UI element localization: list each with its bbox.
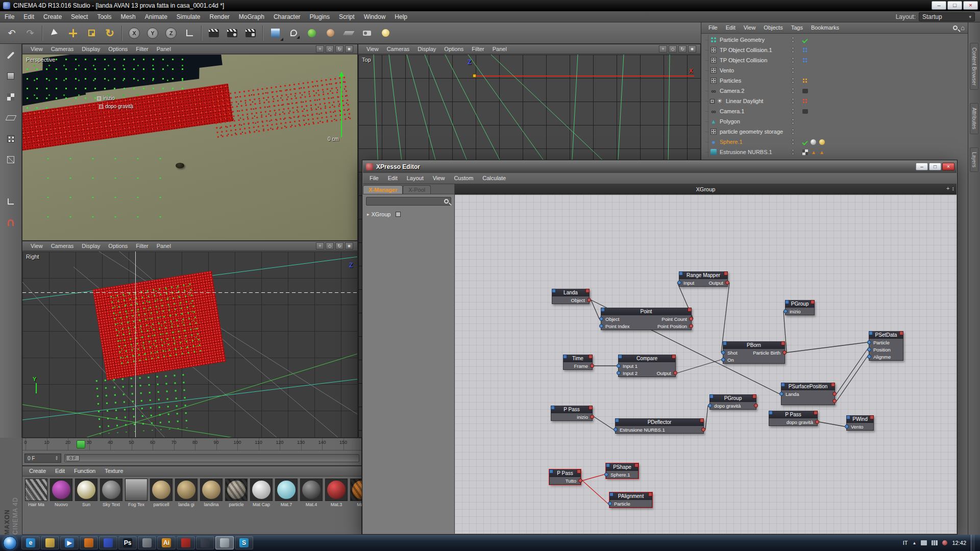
visibility-toggles[interactable]	[792, 78, 794, 84]
editor-visibility-dot[interactable]	[792, 37, 794, 39]
viewport-menu-view[interactable]: View	[362, 44, 383, 54]
wire-pborn-to-psetdata[interactable]	[787, 342, 867, 353]
dock-tab-attributes[interactable]: Attributes	[970, 103, 978, 134]
xpresso-node-pgroup-dopo[interactable]: PGroupdopo gravità	[709, 394, 756, 410]
object-row-camera-2[interactable]: ∞Camera.2	[701, 86, 968, 96]
rotate-view-icon[interactable]: ↻	[335, 242, 344, 249]
xpresso-node-canvas[interactable]: LandaObjectPointObjectPoint CountPoint I…	[455, 195, 957, 534]
live-selection-button[interactable]	[46, 24, 63, 42]
visibility-toggles[interactable]	[792, 37, 794, 43]
object-row-camera-1[interactable]: ∞Camera.1	[701, 106, 968, 116]
clock[interactable]: 12:42	[952, 540, 966, 546]
node-titlebar[interactable]: PShape	[606, 463, 639, 471]
node-titlebar[interactable]: P Pass	[549, 469, 581, 477]
visibility-toggles[interactable]	[792, 108, 794, 114]
show-desktop-button[interactable]	[971, 535, 975, 551]
language-indicator[interactable]: IT	[903, 540, 908, 546]
om-menu-objects[interactable]: Objects	[760, 22, 787, 33]
taskbar-illustrator[interactable]: Ai	[157, 536, 176, 549]
camera-tag-icon[interactable]	[802, 89, 808, 93]
material-menu-function[interactable]: Function	[69, 466, 100, 476]
output-port-icon[interactable]	[815, 420, 819, 424]
xpresso-node-ppass-tutto[interactable]: P PassTutto	[549, 469, 581, 485]
viewport-right[interactable]: ViewCamerasDisplayOptionsFilterPanel +◇↻…	[22, 241, 358, 438]
viewport-menu-options[interactable]: Options	[440, 44, 468, 54]
xpresso-node-landa[interactable]: LandaObject	[552, 289, 590, 304]
current-frame-field[interactable]: 0 F ▲▼	[24, 454, 61, 463]
display-tray-icon[interactable]	[921, 540, 927, 545]
viewport-menu-panel[interactable]: Panel	[153, 241, 175, 251]
menu-file[interactable]: File	[0, 11, 19, 22]
enabled-check-icon[interactable]	[802, 37, 807, 43]
menu-mesh[interactable]: Mesh	[116, 11, 140, 22]
output-port-icon[interactable]	[590, 415, 594, 419]
viewport-menu-filter[interactable]: Filter	[132, 44, 152, 54]
taskbar-cinema4d[interactable]	[215, 536, 234, 549]
lock-x-button[interactable]: X	[126, 24, 143, 42]
xpresso-node-pshape[interactable]: PShapeSphere.1	[606, 463, 639, 479]
render-visibility-dot[interactable]	[792, 122, 794, 124]
om-menu-edit[interactable]: Edit	[722, 22, 740, 33]
xpresso-node-pwind[interactable]: PWindVento	[846, 415, 874, 431]
object-row-particle-geometry[interactable]: Particle Geometry	[701, 35, 968, 45]
om-menu-tags[interactable]: Tags	[787, 22, 807, 33]
wire-psurfaceposition-to-psetdata[interactable]	[837, 349, 867, 394]
timeline-ruler[interactable]: 0102030405060708090100110120130140150	[22, 438, 361, 450]
node-titlebar[interactable]: Point	[601, 308, 692, 315]
menu-plugins[interactable]: Plugins	[305, 11, 334, 22]
material-thumbnail[interactable]	[100, 479, 122, 501]
xpresso-node-pborn[interactable]: PBornShotParticle BirthOn	[723, 341, 785, 364]
pan-view-icon[interactable]: +	[316, 45, 324, 53]
menu-create[interactable]: Create	[39, 11, 66, 22]
menu-tools[interactable]: Tools	[92, 11, 116, 22]
menu-simulate[interactable]: Simulate	[172, 11, 205, 22]
viewport-menu-filter[interactable]: Filter	[468, 44, 488, 54]
render-settings-button[interactable]	[242, 24, 259, 42]
output-port-icon[interactable]	[701, 428, 705, 432]
node-titlebar[interactable]: PDeflector	[615, 418, 704, 426]
xpresso-menu-calculate[interactable]: Calculate	[478, 173, 510, 184]
app-tray-icon[interactable]	[942, 540, 947, 545]
menu-mograph[interactable]: MoGraph	[234, 11, 269, 22]
viewport-menu-view[interactable]: View	[27, 241, 47, 251]
material-thumbnail[interactable]	[300, 479, 323, 501]
input-port-icon[interactable]	[708, 404, 712, 408]
editor-visibility-dot[interactable]	[792, 139, 794, 141]
output-port-icon[interactable]	[782, 350, 787, 355]
add-mograph-button[interactable]	[303, 24, 321, 42]
scale-button[interactable]	[83, 24, 100, 42]
input-port-icon[interactable]	[867, 347, 871, 352]
wire-pdeflector-to-pgroup-dopo[interactable]	[705, 406, 708, 430]
wire-ppass-tutto-to-pshape[interactable]	[582, 474, 604, 481]
viewport-right-canvas[interactable]: Z Y Right	[22, 252, 357, 437]
toggle-view-icon[interactable]: ■	[688, 45, 696, 53]
material-sun[interactable]: Sun	[75, 479, 98, 507]
pan-view-icon[interactable]: +	[316, 242, 324, 249]
output-port-icon[interactable]	[832, 392, 837, 396]
input-port-icon[interactable]	[614, 428, 618, 432]
material-menu-create[interactable]: Create	[24, 466, 51, 476]
output-port-icon[interactable]	[689, 324, 693, 328]
visibility-toggles[interactable]	[792, 88, 794, 94]
object-row-polygon[interactable]: ▲Polygon	[701, 116, 968, 127]
menu-animate[interactable]: Animate	[140, 11, 172, 22]
viewport-menu-cameras[interactable]: Cameras	[47, 44, 78, 54]
visibility-toggles[interactable]	[792, 118, 794, 124]
om-menu-bookmarks[interactable]: Bookmarks	[807, 22, 843, 33]
toggle-view-icon[interactable]: ■	[345, 45, 353, 53]
node-titlebar[interactable]: PGroup	[785, 300, 815, 308]
material-thumbnail[interactable]	[175, 479, 198, 501]
viewport-menu-display[interactable]: Display	[413, 44, 440, 54]
tp-tag-icon[interactable]	[802, 98, 808, 104]
xpresso-node-psurfaceposition[interactable]: PSurfacePositionLanda	[781, 383, 835, 405]
material-mat-3[interactable]: Mat.3	[325, 479, 348, 507]
menu-character[interactable]: Character	[269, 11, 305, 22]
viewport-menu-options[interactable]: Options	[104, 241, 132, 251]
editor-visibility-dot[interactable]	[792, 47, 794, 49]
timeline-range-slider[interactable]: 0 F	[64, 454, 359, 462]
xgroup-checkbox[interactable]	[396, 212, 401, 217]
menu-edit[interactable]: Edit	[19, 11, 39, 22]
visibility-toggles[interactable]	[792, 139, 794, 145]
material-thumbnail[interactable]	[250, 479, 273, 501]
frame-spinner[interactable]: ▲▼	[55, 456, 58, 461]
